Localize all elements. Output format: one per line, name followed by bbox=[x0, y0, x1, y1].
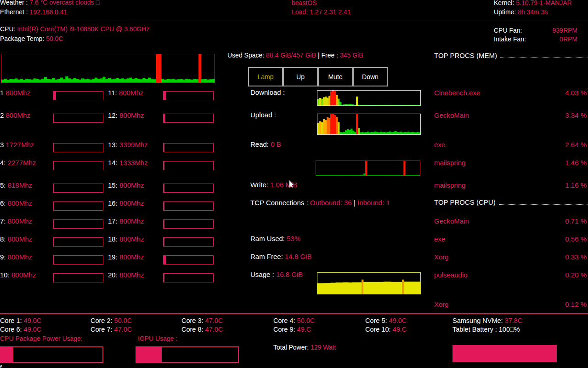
package-temp-label: Package Temp: bbox=[0, 35, 44, 42]
dotted-leader bbox=[499, 200, 588, 205]
intake-fan-row: Intake Fan: 0RPM bbox=[494, 35, 577, 43]
top-procs-cpu-title: TOP PROCS (CPU) bbox=[434, 198, 588, 206]
proc-value: 1.16 % bbox=[565, 181, 587, 189]
cpu-model-row: CPU: Intel(R) Core(TM) i9-10850K CPU @ 3… bbox=[0, 25, 149, 33]
core-16-freq-label: 16: 800Mhz bbox=[108, 199, 144, 207]
read-label: Read: bbox=[250, 140, 269, 148]
proc-value: 4.03 % bbox=[565, 89, 587, 97]
proc-name: exe bbox=[434, 235, 445, 243]
core-1-freq-label: 1 800Mhz bbox=[0, 89, 30, 97]
core-4-usage-bar bbox=[53, 161, 103, 170]
core-20-usage-bar bbox=[163, 273, 214, 282]
mute-button[interactable]: Mute bbox=[318, 67, 353, 86]
core-10-freq-label: 10: 800Mhz bbox=[0, 271, 36, 279]
footer-divider bbox=[0, 313, 588, 314]
core-5-usage-bar bbox=[53, 184, 103, 193]
disk-io-graph bbox=[316, 161, 420, 176]
core-18-usage-bar bbox=[163, 237, 214, 247]
total-power-row: Total Power: 129 Watt bbox=[273, 344, 336, 351]
top-cpu-row: pulseaudio 0.20 % bbox=[434, 271, 587, 279]
core-3-freq-label: 3 1727Mhz bbox=[0, 141, 34, 149]
core-7-usage-bar bbox=[53, 219, 103, 229]
core-14-usage-bar bbox=[163, 161, 214, 170]
core-20-freq-label: 20: 800Mhz bbox=[108, 271, 144, 279]
weather-row: Weather : 7.6 °C overcast clouds □ bbox=[0, 0, 100, 6]
ethernet-row: Ethernet : 192.168.0.41 bbox=[0, 8, 67, 16]
core-6-usage-bar bbox=[53, 201, 103, 211]
top-cpu-row: Xorg 0.12 % bbox=[434, 300, 587, 308]
lamp-button[interactable]: Lamp bbox=[248, 67, 283, 86]
package-temp-row: Package Temp: 50.0C bbox=[0, 35, 63, 42]
top-cpu-row: exe 0.56 % bbox=[434, 235, 587, 243]
core-1-usage-bar bbox=[53, 91, 103, 100]
core-18-freq-label: 18: 800Mhz bbox=[108, 235, 144, 243]
core-17-freq-label: 17: 800Mhz bbox=[108, 217, 144, 225]
upload-graph bbox=[317, 114, 421, 135]
top-mem-row: GeckoMain 3.34 % bbox=[434, 111, 587, 119]
core-6-freq-label: 6: 800Mhz bbox=[0, 199, 32, 207]
core-13-freq-label: 13: 3399Mhz bbox=[108, 141, 148, 149]
tcp-label: TCP Connections : bbox=[250, 199, 308, 207]
core-11-freq-label: 11: 800Mhz bbox=[108, 89, 143, 97]
read-row: Read: 0 B bbox=[250, 140, 281, 148]
up-button[interactable]: Up bbox=[283, 67, 318, 86]
proc-value: 0.12 % bbox=[565, 300, 587, 308]
download-graph bbox=[317, 90, 421, 106]
core-3-usage-bar bbox=[53, 143, 103, 152]
core-16-usage-bar bbox=[163, 201, 214, 211]
package-temp-value: 50.0C bbox=[46, 35, 63, 42]
download-label: Download : bbox=[250, 88, 285, 96]
pipe-separator: | bbox=[318, 52, 320, 59]
weather-value: 7.6 °C overcast clouds □ bbox=[29, 0, 100, 6]
kernel-row: Kernel: 5.10.79-1-MANJAR bbox=[494, 0, 572, 6]
tcp-inbound-value: Inbound: 1 bbox=[357, 199, 390, 207]
proc-name: mailspring bbox=[434, 159, 465, 167]
core-14-freq-label: 14: 1333Mhz bbox=[108, 159, 148, 167]
temp-core-9: Core 9: 49.C bbox=[273, 326, 311, 333]
temp-core-3: Core 3: 47.0C bbox=[181, 317, 223, 324]
uptime-row: Uptime: 8h 34m 3s bbox=[494, 8, 548, 16]
free-space-value: 345 GiB bbox=[340, 52, 363, 59]
proc-name: Xorg bbox=[434, 253, 449, 261]
top-mem-row: exe 2.64 % bbox=[434, 141, 587, 149]
core-17-usage-bar bbox=[163, 219, 214, 229]
used-space-value: 88.4 GiB/457 GiB bbox=[266, 52, 316, 59]
intake-fan-value: 0RPM bbox=[560, 35, 577, 43]
write-value: 1.06 MiB bbox=[270, 181, 297, 189]
core-5-freq-label: 5: 818Mhz bbox=[0, 181, 32, 189]
top-cpu-row: GeckoMain 0.71 % bbox=[434, 217, 587, 225]
proc-value: 0.71 % bbox=[565, 217, 587, 225]
core-7-freq-label: 7: 800Mhz bbox=[0, 217, 32, 225]
free-space-label: Free : bbox=[321, 52, 338, 59]
intake-fan-label: Intake Fan: bbox=[494, 35, 526, 43]
core-9-freq-label: 9: 800Mhz bbox=[0, 253, 32, 261]
ram-usage-row: Usage : 16.8 GiB bbox=[250, 270, 303, 278]
temp-core-4: Core 4: 50.0C bbox=[273, 317, 315, 324]
ram-usage-label: Usage : bbox=[250, 270, 274, 278]
proc-name: Cinebench.exe bbox=[434, 89, 480, 97]
core-19-usage-bar bbox=[163, 255, 214, 264]
proc-name: Xorg bbox=[434, 300, 449, 308]
proc-name: exe bbox=[434, 141, 445, 149]
proc-value: 0.33 % bbox=[565, 253, 587, 261]
top-cpu-row: Xorg 0.33 % bbox=[434, 253, 587, 261]
proc-value: 1.46 % bbox=[565, 159, 587, 167]
dotted-leader bbox=[500, 53, 588, 58]
core-12-freq-label: 12: 800Mhz bbox=[108, 111, 144, 119]
temp-samsung-nvme: Samsung NVMe: 37.8C bbox=[452, 317, 522, 324]
core-11-usage-bar bbox=[163, 91, 214, 100]
top-mem-row: mailspring 1.16 % bbox=[434, 181, 587, 189]
proc-value: 3.34 % bbox=[565, 111, 587, 119]
igpu-usage-label: IGPU Usage : bbox=[138, 335, 177, 342]
cpu-usage-graph bbox=[1, 54, 215, 83]
core-12-usage-bar bbox=[163, 114, 214, 123]
conky-dashboard: Weather : 7.6 °C overcast clouds □ Ether… bbox=[0, 0, 588, 368]
ethernet-value: 192.168.0.41 bbox=[30, 8, 68, 16]
temp-tablet-battery: Tablet Battery : 100□% bbox=[452, 326, 520, 333]
core-9-usage-bar bbox=[53, 255, 103, 264]
down-button[interactable]: Down bbox=[353, 67, 388, 86]
ram-usage-graph bbox=[317, 272, 421, 294]
proc-name: mailspring bbox=[434, 181, 465, 189]
core-15-freq-label: 15: 800Mhz bbox=[108, 181, 144, 189]
temp-core-1: Core 1: 49.0C bbox=[0, 317, 41, 324]
